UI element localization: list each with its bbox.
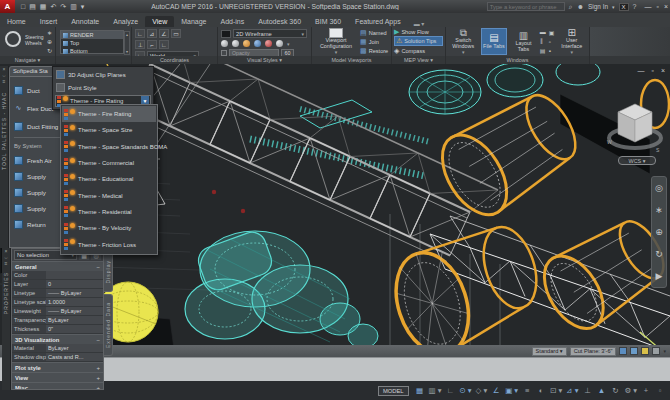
transparency-icon[interactable]: ◐: [535, 384, 547, 397]
cut-plane-button[interactable]: Cut Plane: 3'-6": [570, 347, 617, 356]
view-list-item[interactable]: RENDER: [61, 31, 123, 39]
tab-insert[interactable]: Insert: [33, 16, 65, 27]
named-viewports-button[interactable]: ▤Named: [360, 29, 388, 37]
panel-label-coordinates[interactable]: Coordinates: [132, 56, 217, 64]
property-row-thickness[interactable]: Thickness0": [12, 325, 103, 334]
snap-icon[interactable]: ▥ ▾: [428, 384, 443, 397]
tab-analyze[interactable]: Analyze: [106, 16, 145, 27]
property-row-shadow-display[interactable]: Shadow displayCasts and R...: [12, 353, 103, 362]
drawing-restore-icon[interactable]: ▫: [651, 67, 653, 74]
window-list-icon[interactable]: ▣: [549, 29, 555, 36]
dynamic-ucs-icon[interactable]: ⊥: [581, 384, 593, 397]
display-toggle-icon[interactable]: [619, 347, 627, 355]
theme-option-friction-loss[interactable]: Theme - Friction Loss: [62, 236, 156, 252]
qat-customize-icon[interactable]: ▾: [81, 3, 85, 11]
wcs-dropdown[interactable]: WCS ▾: [618, 156, 656, 165]
property-row-linetype[interactable]: LinetypeByLayer: [12, 289, 103, 298]
palette-properties-icon[interactable]: ≡: [3, 78, 6, 84]
property-row-lineweight[interactable]: LineweightByLayer: [12, 307, 103, 316]
tab-home[interactable]: Home: [0, 16, 33, 27]
tool-palettes-titlebar[interactable]: × ⇔ ≡ TOOL PALETTES - HVAC: [0, 66, 9, 248]
view-list-item[interactable]: Bottom: [61, 47, 123, 55]
expand-icon[interactable]: +: [96, 375, 100, 381]
tab-manage[interactable]: Manage: [174, 16, 213, 27]
polar-tracking-icon[interactable]: ⊙ ▾: [458, 384, 472, 397]
tab-featured-apps[interactable]: Featured Apps: [348, 16, 408, 27]
model-space-button[interactable]: MODEL: [378, 386, 409, 396]
viewport-configuration-button[interactable]: Viewport Configuration ▾: [314, 28, 358, 55]
menu-item-point-style[interactable]: Point Style: [53, 81, 153, 94]
annotation-visibility-icon[interactable]: ▲: [595, 384, 607, 397]
solution-tips-button[interactable]: ⚠Solution Tips: [394, 36, 443, 46]
ucs-icon[interactable]: ∟: [135, 29, 145, 38]
section-plot-style[interactable]: Plot style+: [12, 362, 103, 372]
tab-bim-360[interactable]: BIM 360: [308, 16, 348, 27]
property-row-transparency[interactable]: TransparencyByLayer: [12, 316, 103, 325]
display-configuration-combo[interactable]: Standard ▾: [532, 347, 567, 356]
tile-horizontally-icon[interactable]: ▬: [540, 29, 546, 35]
menu-item-3d-adjust-clip-planes[interactable]: 3D Adjust Clip Planes: [53, 68, 153, 81]
cascade-icon[interactable]: ▤: [540, 47, 546, 54]
panel-label-mep-view[interactable]: MEP View ▾: [392, 56, 445, 64]
clean-screen-icon[interactable]: ▫: [654, 384, 666, 397]
theme-option-space-standards[interactable]: Theme - Space Standards BOMA: [62, 139, 156, 155]
lineweight-icon[interactable]: ≡: [521, 384, 533, 397]
file-tabs-button[interactable]: ▤ File Tabs: [481, 28, 508, 55]
theme-option-fire-rating[interactable]: Theme - Fire Rating: [62, 106, 156, 122]
layout-tabs-button[interactable]: ▥ Layout Tabs: [510, 28, 537, 55]
theme-option-educational[interactable]: Theme - Educational: [62, 171, 156, 187]
search-input[interactable]: [488, 4, 564, 11]
section-3d-visualization[interactable]: 3D Visualization−: [12, 334, 103, 344]
sign-in-button[interactable]: Sign In: [588, 3, 608, 10]
lock-ui-icon[interactable]: ▪: [549, 48, 555, 54]
highlight-icon[interactable]: [243, 40, 250, 47]
property-row-layer[interactable]: Layer0: [12, 280, 103, 289]
tile-vertically-icon[interactable]: ∥: [540, 37, 546, 44]
panel-label-navigate[interactable]: Navigate ▾: [0, 56, 55, 64]
compass-button[interactable]: ◈Compass: [394, 47, 443, 55]
orbit-icon[interactable]: ↻: [47, 47, 52, 54]
object-snap-icon[interactable]: ▣ ▾: [504, 384, 519, 397]
scroll-up-icon[interactable]: ▴: [126, 32, 128, 37]
collapse-icon[interactable]: −: [96, 337, 100, 343]
steering-wheels-icon[interactable]: [5, 31, 21, 47]
ucs-z-axis-icon[interactable]: ⊥: [135, 40, 145, 49]
status-bar-toggle-icon[interactable]: ▫: [549, 39, 555, 45]
pan-icon[interactable]: ∗: [655, 205, 663, 215]
steering-wheel-icon[interactable]: ◎: [655, 183, 663, 193]
tab-autodesk-360[interactable]: Autodesk 360: [251, 16, 308, 27]
drawing-close-icon[interactable]: ×: [661, 67, 665, 74]
save-icon[interactable]: ▦: [40, 3, 47, 11]
expand-icon[interactable]: +: [96, 365, 100, 371]
minimize-button[interactable]: —: [644, 3, 651, 10]
properties-titlebar[interactable]: × ⇔ ≡ PROPERTIES: [2, 248, 11, 390]
orbit-icon[interactable]: ↻: [655, 249, 663, 259]
panel-label-visual-styles[interactable]: Visual Styles ▾: [218, 56, 311, 64]
edge-effects-icon[interactable]: [276, 40, 283, 47]
tab-annotate[interactable]: Annotate: [64, 16, 106, 27]
annotation-monitor-icon[interactable]: +: [640, 384, 652, 397]
scroll-down-icon[interactable]: ▾: [126, 49, 128, 54]
display-options-icon[interactable]: [652, 347, 660, 355]
theme-option-by-velocity[interactable]: Theme - By Velocity: [62, 220, 156, 236]
sign-in-caret-icon[interactable]: ▾: [612, 4, 615, 10]
switch-windows-button[interactable]: ⧉ Switch Windows ▾: [449, 28, 478, 55]
theme-option-commercial[interactable]: Theme - Commercial: [62, 155, 156, 171]
steering-wheels-button[interactable]: Steering Wheels: [25, 35, 45, 46]
theme-option-space-size[interactable]: Theme - Space Size: [62, 122, 156, 138]
workspace-icon[interactable]: ⚙ ▾: [623, 384, 638, 397]
isometric-drafting-icon[interactable]: ◇ ▾: [475, 384, 489, 397]
ucs-origin-icon[interactable]: ∠: [159, 29, 169, 38]
tab-display[interactable]: Display: [104, 252, 113, 292]
selection-cycling-icon[interactable]: ⊡ ▾: [549, 384, 563, 397]
property-row-material[interactable]: MaterialByLayer: [12, 344, 103, 353]
collapse-icon[interactable]: −: [96, 264, 100, 270]
theme-option-residential[interactable]: Theme - Residential: [62, 204, 156, 220]
expand-icon[interactable]: +: [96, 385, 100, 391]
restore-viewports-button[interactable]: ▩Restore: [360, 47, 388, 55]
grid-icon[interactable]: ▦: [414, 384, 426, 397]
ribbon-display-toggle-icon[interactable]: ▬ ▾: [414, 20, 425, 27]
face-color-icon[interactable]: [254, 40, 261, 47]
open-icon[interactable]: ▤: [29, 3, 36, 11]
navigation-bar[interactable]: ◎ ∗ ⊕ ↻ ▶: [651, 176, 667, 288]
